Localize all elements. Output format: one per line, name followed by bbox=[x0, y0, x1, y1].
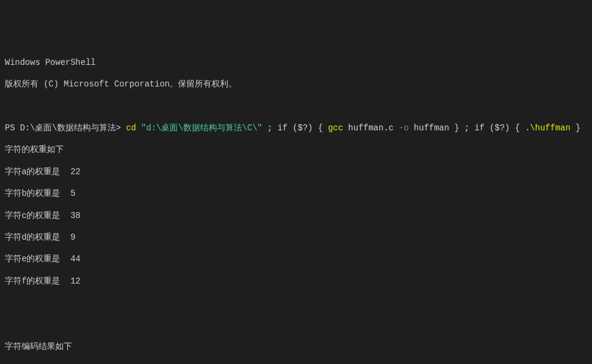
cmd-end: } bbox=[570, 123, 581, 133]
blank bbox=[5, 319, 587, 330]
blank bbox=[5, 297, 587, 308]
cmd-sep: ; bbox=[267, 123, 278, 133]
copyright-line: 版权所有 (C) Microsoft Corporation。保留所有权利。 bbox=[5, 79, 587, 89]
cmd-cd: cd bbox=[126, 123, 136, 133]
cmd-sep2: ; bbox=[465, 123, 475, 133]
cmd-run: .\huffman bbox=[525, 123, 570, 133]
prompt-line: PS D:\桌面\数据结构与算法> cd "d:\桌面\数据结构与算法\C\" … bbox=[5, 123, 587, 133]
cmd-if2: if bbox=[474, 123, 484, 133]
cmd-flag: -o bbox=[398, 123, 409, 133]
terminal-output[interactable]: Windows PowerShell 版权所有 (C) Microsoft Co… bbox=[5, 46, 587, 364]
cmd-paren2: ( bbox=[484, 123, 495, 133]
cmd-path: "d:\桌面\数据结构与算法\C\" bbox=[136, 123, 267, 133]
cmd-paren2-close: ) { bbox=[505, 123, 525, 133]
weights-header: 字符的权重如下 bbox=[5, 144, 587, 155]
prompt-prefix: PS D:\桌面\数据结构与算法> bbox=[5, 123, 126, 133]
shell-title: Windows PowerShell bbox=[5, 57, 587, 68]
cmd-var: $? bbox=[298, 123, 308, 133]
weight-line: 字符e的权重是 44 bbox=[5, 253, 587, 264]
encoding-header: 字符编码结果如下 bbox=[5, 341, 587, 352]
cmd-gcc-args: huffman.c bbox=[343, 123, 398, 133]
cmd-var2: $? bbox=[495, 123, 505, 133]
cmd-if: if bbox=[278, 123, 288, 133]
weight-line: 字符f的权重是 12 bbox=[5, 276, 587, 287]
weight-line: 字符c的权重是 38 bbox=[5, 210, 587, 221]
weight-line: 字符a的权重是 22 bbox=[5, 166, 587, 177]
weight-line: 字符b的权重是 5 bbox=[5, 188, 587, 199]
blank bbox=[5, 101, 587, 112]
cmd-paren-close: ) { bbox=[308, 123, 328, 133]
cmd-paren: ( bbox=[287, 123, 298, 133]
cmd-gcc: gcc bbox=[328, 123, 343, 133]
cmd-out: huffman } bbox=[409, 123, 464, 133]
weight-line: 字符d的权重是 9 bbox=[5, 232, 587, 243]
